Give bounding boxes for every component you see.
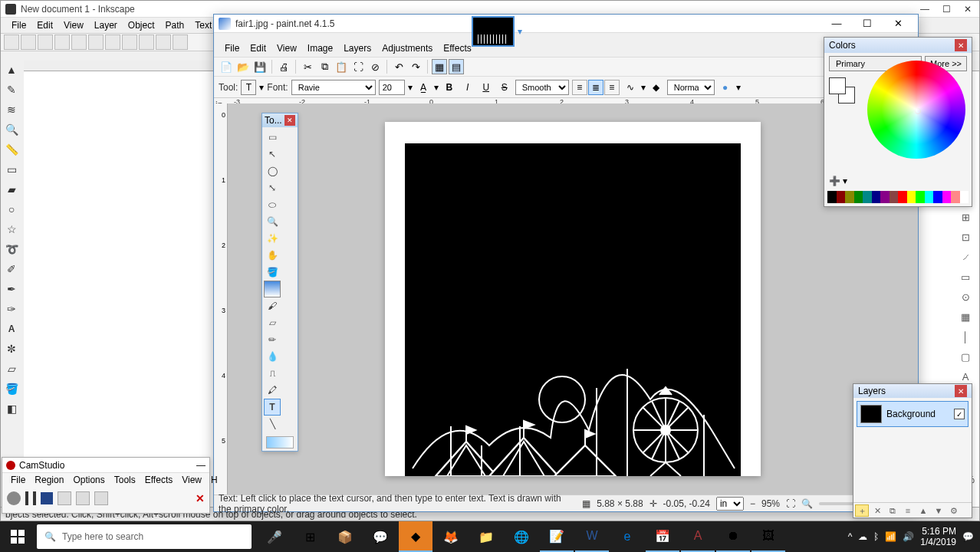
close-icon[interactable]: ✕ [284, 115, 295, 126]
merge-layer-icon[interactable]: ≡ [901, 504, 915, 517]
add-layer-icon[interactable]: ＋ [855, 504, 869, 517]
align-center-icon[interactable]: ≣ [588, 80, 603, 95]
grid-icon[interactable]: ▦ [432, 59, 447, 74]
calligraphy-tool-icon[interactable]: ✑ [2, 300, 21, 318]
close-button[interactable]: ✕ [883, 15, 913, 32]
magic-wand-tool[interactable]: ✨ [264, 230, 281, 247]
primary-secondary-swatches[interactable] [829, 77, 855, 104]
redo-icon[interactable]: ↷ [408, 59, 423, 74]
recolor-tool[interactable]: 🖍 [264, 382, 281, 399]
menu-view[interactable]: View [178, 475, 206, 485]
raise-icon[interactable] [156, 34, 171, 50]
bucket-tool-icon[interactable]: 🪣 [2, 380, 21, 398]
pencil-tool[interactable]: ✏ [264, 331, 281, 348]
3dbox-tool-icon[interactable]: ▰ [2, 180, 21, 199]
edge-icon[interactable]: e [610, 521, 644, 552]
primary-swatch[interactable] [829, 77, 846, 94]
menu-region[interactable]: Region [31, 475, 67, 485]
zoom-out-icon[interactable]: − [750, 498, 755, 509]
close-icon[interactable]: ✕ [955, 385, 967, 397]
align-right-icon[interactable]: ≡ [604, 80, 620, 95]
save-icon[interactable] [38, 34, 53, 50]
palette-swatch[interactable] [837, 191, 846, 203]
move-up-icon[interactable]: ▲ [916, 504, 930, 517]
properties-icon[interactable]: ⚙ [947, 504, 961, 517]
canvas-page[interactable] [385, 122, 761, 476]
palette-swatch[interactable] [916, 191, 925, 203]
text-tool-icon[interactable]: T [241, 80, 256, 95]
clock[interactable]: 5:16 PM 1/4/2019 [920, 526, 956, 547]
firefox-icon[interactable]: 🦊 [434, 521, 468, 552]
tools-window[interactable]: To... ✕ ▭ ↖ ◯ ⤡ ⬭ 🔍 ✨ ✋ 🪣 🖌 ▱ ✏ 💧 ⎍ 🖍 T … [261, 113, 298, 452]
dropbox-icon[interactable]: 📦 [328, 521, 362, 552]
menu-options[interactable]: Options [69, 475, 108, 485]
calendar-icon[interactable]: 📅 [646, 521, 679, 552]
blend-mode-select[interactable]: Normal [667, 80, 715, 95]
paint-bucket-tool[interactable]: 🪣 [264, 264, 281, 281]
dropdown-icon[interactable]: ▾ [434, 82, 439, 93]
pen-tool-icon[interactable]: ✒ [2, 280, 21, 298]
new-icon[interactable] [4, 34, 19, 50]
pan-tool[interactable]: ✋ [264, 247, 281, 264]
paintnet-app-icon[interactable]: 🖼 [751, 521, 785, 552]
duplicate-layer-icon[interactable]: ⧉ [886, 504, 899, 517]
font-select[interactable]: Ravie [291, 80, 376, 95]
palette-swatch[interactable] [880, 191, 890, 203]
units-select[interactable]: in [716, 497, 744, 511]
zoom-fit-icon[interactable]: ⛶ [786, 498, 795, 509]
zoom-icon[interactable] [105, 34, 120, 50]
menu-object[interactable]: Object [123, 19, 159, 31]
crop-icon[interactable]: ⛶ [350, 59, 366, 74]
menu-edit[interactable]: Edit [245, 41, 271, 55]
new-icon[interactable]: 📄 [219, 59, 234, 74]
open-icon[interactable]: 📂 [235, 59, 251, 74]
font-size-input[interactable] [379, 80, 405, 95]
menu-help[interactable]: H [207, 475, 222, 485]
node-tool-icon[interactable]: ✎ [2, 80, 21, 99]
notifications-icon[interactable]: 💬 [962, 531, 974, 542]
pause-button[interactable] [25, 491, 36, 505]
gradient-tool[interactable] [264, 281, 281, 297]
inkscape-app-icon[interactable]: ◆ [399, 521, 432, 552]
print-icon[interactable]: 🖨 [276, 59, 291, 74]
paintbrush-tool[interactable]: 🖌 [264, 297, 281, 314]
thumbnail-dropdown-icon[interactable]: ▾ [518, 26, 522, 37]
lower-icon[interactable] [173, 34, 188, 50]
tweak-tool-icon[interactable]: ≋ [2, 100, 21, 119]
eraser-tool-icon[interactable]: ▱ [2, 360, 21, 378]
close-button[interactable]: ✕ [958, 2, 978, 16]
camstudio-window[interactable]: CamStudio — File Region Options Tools Ef… [2, 457, 210, 514]
open-icon[interactable] [21, 34, 36, 50]
eraser-tool[interactable]: ▱ [264, 314, 281, 331]
delete-layer-icon[interactable]: ✕ [870, 504, 884, 517]
layers-titlebar[interactable]: Layers ✕ [853, 384, 972, 398]
menu-file[interactable]: File [220, 41, 244, 55]
messenger-icon[interactable]: 💬 [363, 521, 397, 552]
blend-icon[interactable]: ◆ [649, 80, 664, 95]
color-wheel[interactable] [867, 61, 965, 159]
snap-center-icon[interactable]: ⊙ [956, 288, 975, 306]
ruler-icon[interactable]: ▤ [449, 59, 464, 74]
close-icon[interactable]: ✕ [955, 39, 967, 51]
color-picker-tool[interactable]: 💧 [264, 348, 281, 365]
word-icon[interactable]: W [575, 521, 609, 552]
snap-node-icon[interactable]: ⊡ [956, 228, 975, 246]
redo-icon[interactable] [88, 34, 104, 50]
palette-menu-icon[interactable]: ▾ [843, 176, 847, 186]
tool-dropdown-icon[interactable]: ▾ [259, 82, 264, 93]
record-button[interactable] [7, 491, 21, 505]
select-tool-icon[interactable]: ▲ [2, 61, 21, 79]
snap-grid-icon[interactable]: ▦ [956, 307, 975, 326]
tray-up-icon[interactable]: ^ [848, 531, 853, 542]
bold-icon[interactable]: B [442, 80, 457, 95]
menu-view[interactable]: View [272, 41, 301, 55]
volume-icon[interactable]: 🔊 [903, 531, 914, 542]
color-picker-dot[interactable] [915, 108, 921, 114]
annotation-icon[interactable] [76, 491, 90, 505]
chrome-icon[interactable]: 🌐 [505, 521, 538, 552]
rect-tool-icon[interactable]: ▭ [2, 160, 21, 179]
dropdown-icon[interactable]: ▾ [736, 82, 741, 93]
move-down-icon[interactable]: ▼ [932, 504, 945, 517]
palette-swatch[interactable] [845, 191, 854, 203]
undo-icon[interactable]: ↶ [391, 59, 406, 74]
